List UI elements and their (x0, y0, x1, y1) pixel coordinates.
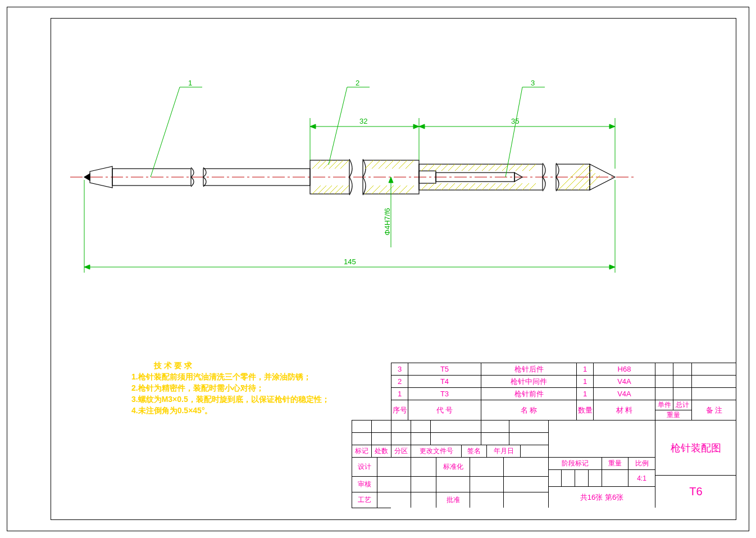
balloon-1: 1 (188, 79, 192, 87)
svg-line-21 (365, 160, 374, 169)
tb-std: 标准化 (436, 457, 470, 476)
bom-hdr-code: 代 号 (408, 400, 481, 420)
svg-line-31 (385, 186, 394, 194)
bom-code-1: T3 (408, 387, 481, 400)
dim-35: 35 (511, 117, 519, 125)
svg-line-28 (365, 186, 374, 194)
drawing-number: T6 (655, 475, 736, 508)
tb-docchg: 更改文件号 (411, 445, 461, 457)
svg-line-38 (441, 164, 448, 171)
svg-line-72 (579, 173, 595, 190)
svg-line-43 (475, 164, 482, 171)
tb-mark: 标记 (352, 445, 371, 457)
bom-hdr-no: 序号 (391, 400, 408, 420)
svg-line-62 (489, 183, 495, 190)
technical-requirements: 技 术 要 求 1.枪针装配前须用汽油清洗三个零件，并涂油防锈； 2.枪针为精密… (131, 360, 330, 416)
svg-line-61 (482, 183, 489, 190)
bom-hdr-qty: 数量 (576, 400, 593, 420)
svg-line-55 (441, 183, 448, 190)
svg-line-40 (455, 164, 462, 171)
bom-qty-2: 1 (576, 375, 593, 387)
bom-mat-2: V4A (593, 375, 655, 387)
svg-line-45 (489, 164, 495, 171)
svg-line-26 (399, 160, 407, 169)
svg-line-73 (585, 175, 600, 190)
svg-line-29 (372, 186, 380, 194)
tech-line-3: 3.螺纹为M3×0.5，装配时旋到底，以保证枪针的稳定性； (131, 394, 330, 405)
svg-line-70 (565, 165, 590, 190)
svg-line-65 (509, 183, 516, 190)
svg-line-76 (329, 87, 347, 165)
bom-hdr-mat: 材 料 (593, 400, 655, 420)
dim-fit: Φ4H7/f6 (383, 208, 391, 236)
svg-line-52 (421, 183, 428, 190)
dim-145: 145 (344, 257, 356, 266)
svg-line-33 (399, 186, 407, 194)
svg-line-64 (502, 183, 509, 190)
svg-line-54 (435, 183, 441, 190)
svg-line-24 (385, 160, 394, 169)
svg-line-53 (428, 183, 435, 190)
balloon-3: 3 (531, 79, 535, 87)
svg-line-34 (406, 186, 414, 194)
bom-qty-1: 1 (576, 387, 593, 400)
dim-32: 32 (359, 117, 367, 125)
bom-name-3: 枪针后件 (481, 363, 576, 375)
bom-no-3: 3 (391, 363, 408, 375)
svg-line-58 (462, 183, 468, 190)
bom-no-1: 1 (391, 387, 408, 400)
tb-design: 设计 (352, 457, 377, 476)
svg-line-30 (379, 186, 387, 194)
svg-line-63 (495, 183, 502, 190)
svg-line-60 (475, 183, 482, 190)
tb-scale-value: 4:1 (628, 469, 655, 486)
tb-zone: 分区 (391, 445, 411, 457)
svg-line-23 (379, 160, 387, 169)
tb-proc: 工艺 (352, 492, 377, 508)
tb-date: 年月日 (486, 445, 520, 457)
tb-approve: 批准 (436, 492, 470, 508)
svg-line-36 (428, 164, 435, 171)
svg-line-67 (522, 183, 529, 190)
tb-count: 处数 (371, 445, 391, 457)
bom-mat-3: H68 (593, 363, 655, 375)
svg-line-44 (482, 164, 489, 171)
svg-line-59 (468, 183, 475, 190)
bom-mat-1: V4A (593, 387, 655, 400)
bom-hdr-unit: 单件 (655, 400, 673, 410)
svg-line-74 (151, 87, 180, 177)
svg-line-46 (495, 164, 502, 171)
svg-line-22 (372, 160, 380, 169)
balloon-2: 2 (356, 79, 359, 87)
tb-sheets: 共16张 第6张 (548, 486, 655, 508)
svg-line-27 (406, 160, 414, 169)
title-block: 3 T5 枪针后件 1 H68 2 T4 枪针中间件 1 V4A 1 T3 枪针… (391, 363, 736, 520)
bom-code-2: T4 (408, 375, 481, 387)
svg-line-57 (455, 183, 462, 190)
bom-hdr-total: 总计 (673, 400, 691, 410)
tb-scale-label: 比例 (628, 457, 655, 469)
tb-sign: 签名 (461, 445, 486, 457)
bom-name-2: 枪针中间件 (481, 375, 576, 387)
svg-line-39 (448, 164, 455, 171)
svg-line-50 (522, 164, 529, 171)
bom-name-1: 枪针前件 (481, 387, 576, 400)
svg-line-37 (435, 164, 441, 171)
tech-line-2: 2.枪针为精密件，装配时需小心对待； (131, 382, 330, 394)
tb-weight-label: 重量 (602, 457, 628, 469)
svg-line-42 (468, 164, 475, 171)
svg-line-51 (529, 164, 536, 171)
tb-stage: 阶段标记 (548, 457, 602, 469)
bom-hdr-weight: 重量 (655, 410, 691, 420)
drawing-title: 枪针装配图 (655, 420, 736, 475)
svg-line-68 (529, 183, 536, 190)
bom-hdr-remark: 备 注 (691, 400, 736, 420)
tech-line-1: 1.枪针装配前须用汽油清洗三个零件，并涂油防锈； (131, 371, 330, 382)
svg-line-49 (516, 164, 522, 171)
svg-line-78 (505, 87, 522, 177)
svg-line-35 (421, 164, 428, 171)
tech-title: 技 术 要 求 (154, 360, 330, 371)
svg-line-25 (392, 160, 400, 169)
tb-chk: 审核 (352, 476, 377, 492)
svg-line-56 (448, 183, 455, 190)
